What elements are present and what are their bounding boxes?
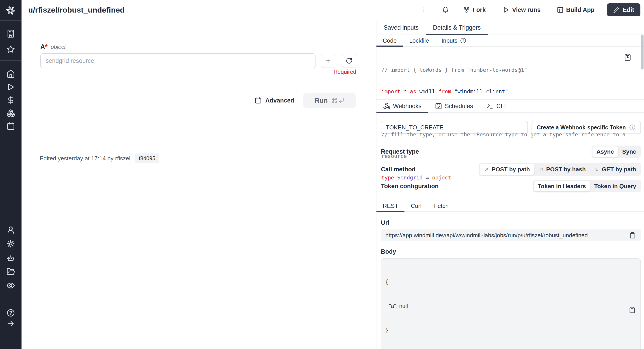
option-sync[interactable]: Sync bbox=[618, 146, 640, 157]
json-line: "a": null bbox=[386, 302, 625, 310]
run-label: Run bbox=[314, 97, 328, 104]
tab-label: Inputs bbox=[442, 37, 457, 44]
edited-row: Edited yesterday at 17:14 by rfiszel f8d… bbox=[40, 153, 159, 163]
sidebar-top-divider bbox=[0, 20, 22, 21]
json-line: { bbox=[386, 278, 625, 286]
run-form-area: A* object Required Advanced Run ⌘ Edited… bbox=[22, 21, 376, 349]
tab-fetch[interactable]: Fetch bbox=[428, 200, 455, 211]
add-property-button[interactable] bbox=[321, 54, 335, 68]
url-label: Url bbox=[381, 219, 641, 226]
advanced-button[interactable]: Advanced bbox=[254, 93, 294, 108]
tab-rest[interactable]: REST bbox=[376, 200, 404, 211]
field-name: A bbox=[40, 43, 45, 50]
code-tabs: Code Lockfile Inputs bbox=[376, 35, 644, 47]
tab-inputs[interactable]: Inputs bbox=[435, 35, 472, 46]
eye-icon[interactable] bbox=[6, 281, 15, 290]
tab-details-triggers[interactable]: Details & Triggers bbox=[426, 21, 488, 35]
build-app-button[interactable]: Build App bbox=[557, 7, 594, 14]
edit-button[interactable]: Edit bbox=[607, 3, 640, 16]
pencil-icon bbox=[613, 7, 620, 13]
code-line: // fill the type, or use the +Resource t… bbox=[382, 131, 619, 138]
runs-play-icon[interactable] bbox=[6, 83, 15, 91]
view-runs-label: View runs bbox=[512, 7, 540, 14]
tab-label: REST bbox=[383, 203, 398, 209]
help-circle-icon[interactable] bbox=[6, 309, 15, 317]
tab-label: Schedules bbox=[445, 103, 473, 110]
expand-arrow-right-icon[interactable] bbox=[6, 319, 15, 328]
tab-label: Lockfile bbox=[409, 37, 429, 44]
code-line: type Sendgrid = object bbox=[382, 174, 619, 181]
dollar-sign-icon[interactable] bbox=[6, 96, 15, 105]
app-layout-icon bbox=[557, 7, 564, 13]
panel-scrollbar[interactable] bbox=[641, 35, 644, 70]
tab-saved-inputs[interactable]: Saved inputs bbox=[376, 21, 426, 35]
plus-icon bbox=[325, 58, 332, 64]
field-label: A* object bbox=[40, 43, 66, 51]
tab-curl[interactable]: Curl bbox=[404, 200, 428, 211]
option-label: Sync bbox=[622, 148, 636, 155]
return-key-icon bbox=[338, 97, 344, 104]
info-icon bbox=[460, 38, 466, 44]
robot-worker-icon[interactable] bbox=[6, 254, 15, 262]
run-button[interactable]: Run ⌘ bbox=[303, 93, 356, 108]
details-panel: Saved inputs Details & Triggers Code Loc… bbox=[376, 21, 644, 349]
refresh-button[interactable] bbox=[342, 54, 356, 68]
sidebar bbox=[0, 0, 22, 349]
fork-button[interactable]: Fork bbox=[463, 7, 486, 14]
advanced-label: Advanced bbox=[265, 97, 294, 104]
tab-code[interactable]: Code bbox=[376, 35, 403, 46]
settings-gear-icon[interactable] bbox=[6, 239, 15, 248]
tab-lockfile[interactable]: Lockfile bbox=[403, 35, 435, 46]
git-fork-icon bbox=[463, 7, 470, 13]
body-label: Body bbox=[381, 248, 641, 255]
tab-label: Curl bbox=[411, 203, 422, 209]
required-message: Required bbox=[313, 69, 356, 75]
tab-label: Details & Triggers bbox=[433, 24, 481, 31]
script-hash-badge[interactable]: f8d095 bbox=[135, 153, 159, 163]
code-line: import * as wmill from "windmill-client" bbox=[382, 88, 619, 95]
edit-label: Edit bbox=[623, 7, 634, 14]
user-icon[interactable] bbox=[6, 226, 15, 234]
calendar-check-icon bbox=[435, 103, 442, 110]
code-line: resource bbox=[382, 153, 619, 160]
request-body-box[interactable]: { "a": null } bbox=[381, 258, 641, 349]
windmill-logo-icon[interactable] bbox=[6, 6, 16, 15]
webhook-url-value: https://app.windmill.dev/api/w/windmill-… bbox=[386, 232, 588, 239]
run-shortcut: ⌘ bbox=[331, 97, 344, 105]
schedules-calendar-icon[interactable] bbox=[6, 122, 15, 131]
view-runs-button[interactable]: View runs bbox=[502, 7, 540, 14]
windmill-script-page: u/rfiszel/robust_undefined Fork View run… bbox=[0, 0, 644, 349]
star-icon[interactable] bbox=[6, 45, 15, 54]
resources-boxes-icon[interactable] bbox=[6, 109, 15, 118]
code-viewer[interactable]: // import { toWords } from "number-to-wo… bbox=[376, 47, 644, 99]
required-star: * bbox=[45, 43, 48, 50]
rest-snippet-content: Url https://app.windmill.dev/api/w/windm… bbox=[376, 219, 644, 349]
copy-body-icon[interactable] bbox=[629, 306, 636, 314]
info-icon bbox=[629, 124, 636, 131]
tab-label: Webhooks bbox=[393, 103, 422, 110]
sidebar-divider bbox=[0, 60, 22, 61]
tab-label: CLI bbox=[496, 103, 506, 110]
webhook-icon bbox=[383, 103, 390, 110]
home-icon[interactable] bbox=[6, 69, 15, 78]
page-title: u/rfiszel/robust_undefined bbox=[28, 6, 124, 14]
kebab-menu-icon[interactable] bbox=[420, 7, 427, 13]
code-line: // import { toWords } from "number-to-wo… bbox=[382, 66, 619, 74]
notifications-button[interactable] bbox=[442, 7, 449, 13]
fork-label: Fork bbox=[472, 7, 486, 14]
copy-url-icon[interactable] bbox=[629, 231, 636, 239]
webhook-url-field[interactable]: https://app.windmill.dev/api/w/windmill-… bbox=[381, 229, 641, 241]
bell-icon bbox=[442, 7, 449, 13]
tab-label: Code bbox=[383, 37, 396, 44]
field-type: object bbox=[51, 44, 66, 50]
tab-cli[interactable]: CLI bbox=[480, 100, 512, 112]
json-line: } bbox=[386, 326, 625, 334]
tab-schedules[interactable]: Schedules bbox=[428, 100, 480, 112]
topbar: u/rfiszel/robust_undefined Fork View run… bbox=[22, 0, 644, 20]
object-input[interactable] bbox=[40, 53, 316, 68]
copy-code-icon[interactable] bbox=[624, 53, 632, 61]
calendar-icon bbox=[254, 97, 262, 104]
building-icon[interactable] bbox=[6, 29, 15, 38]
tab-webhooks[interactable]: Webhooks bbox=[376, 100, 428, 112]
folder-open-icon[interactable] bbox=[6, 267, 15, 276]
